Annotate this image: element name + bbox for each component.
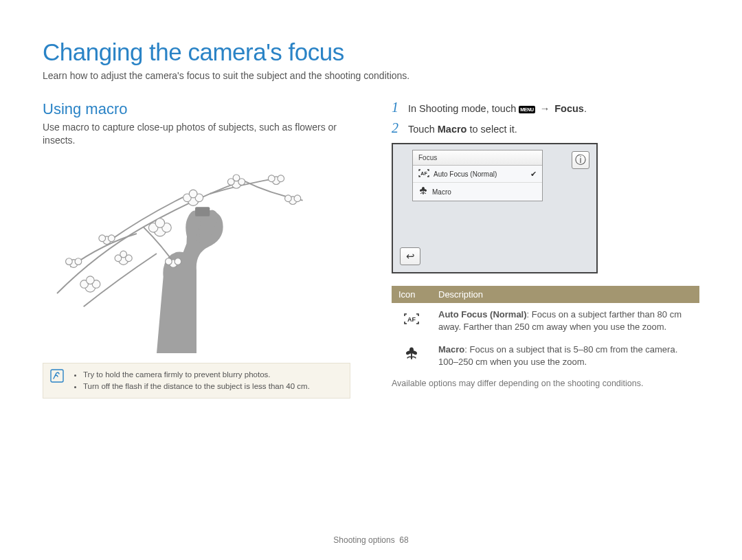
page-title: Changing the camera's focus: [43, 38, 699, 66]
row2-bold: Macro: [438, 344, 464, 355]
right-column: 1 In Shooting mode, touch MENU → Focus. …: [392, 100, 699, 399]
svg-text:AF: AF: [407, 316, 416, 323]
focus-menu-panel: Focus AF Auto Focus (Normal) ✔ Macro: [412, 150, 543, 201]
step-1: 1 In Shooting mode, touch MENU → Focus.: [392, 100, 699, 114]
svg-point-28: [66, 258, 73, 265]
macro-illustration: [43, 154, 350, 353]
svg-point-35: [175, 258, 181, 265]
row1-bold: Auto Focus (Normal): [438, 309, 527, 320]
svg-point-22: [268, 175, 275, 182]
step-number: 1: [392, 100, 401, 114]
table-header-icon: Icon: [392, 286, 431, 303]
step-1-suffix: .: [584, 103, 587, 114]
menu-item-macro[interactable]: Macro: [413, 182, 542, 201]
menu-item-label: Macro: [432, 188, 537, 196]
svg-point-34: [166, 258, 172, 265]
svg-point-8: [120, 251, 127, 258]
table-row: AF Auto Focus (Normal): Focus on a subje…: [392, 303, 699, 338]
tip-note-icon: [50, 369, 64, 385]
back-icon: ↩: [406, 250, 415, 262]
page-footer: Shooting options 68: [0, 535, 742, 545]
af-icon: AF: [418, 169, 429, 179]
arrow-icon: →: [538, 103, 552, 114]
menu-item-label: Auto Focus (Normal): [434, 170, 526, 178]
step-1-text: In Shooting mode, touch MENU → Focus.: [408, 103, 587, 114]
columns: Using macro Use macro to capture close-u…: [43, 100, 699, 399]
step-1-bold: Focus: [554, 103, 584, 114]
svg-point-20: [233, 175, 240, 181]
svg-point-25: [99, 235, 106, 242]
svg-text:AF: AF: [420, 171, 427, 176]
step-2-bold: Macro: [438, 124, 467, 135]
page: Changing the camera's focus Learn how to…: [0, 0, 742, 399]
tip-note-box: Try to hold the camera firmly to prevent…: [43, 363, 350, 399]
options-caption: Available options may differ depending o…: [392, 379, 699, 388]
row-icon-macro: [392, 338, 431, 373]
page-subtitle: Learn how to adjust the camera's focus t…: [43, 70, 699, 81]
svg-point-29: [75, 258, 82, 265]
table-row: Macro: Focus on a subject that is 5–80 c…: [392, 338, 699, 373]
left-column: Using macro Use macro to capture close-u…: [43, 100, 350, 399]
footer-section: Shooting options: [333, 535, 394, 545]
section-heading-macro: Using macro: [43, 100, 350, 118]
svg-point-23: [278, 175, 284, 182]
info-button[interactable]: ⓘ: [572, 151, 589, 169]
step-1-prefix: In Shooting mode, touch: [408, 103, 519, 114]
row-desc-af: Auto Focus (Normal): Focus on a subject …: [431, 303, 699, 338]
svg-point-4: [87, 276, 95, 284]
tip-item: Try to hold the camera firmly to prevent…: [83, 369, 310, 381]
focus-description-table: Icon Description AF Auto Focus (Normal):…: [392, 286, 699, 373]
svg-rect-0: [195, 207, 210, 216]
svg-point-12: [155, 219, 165, 228]
check-icon: ✔: [530, 170, 537, 179]
footer-page-number: 68: [399, 535, 408, 545]
step-2: 2 Touch Macro to select it.: [392, 121, 699, 135]
info-icon: ⓘ: [575, 153, 586, 168]
menu-item-auto-focus[interactable]: AF Auto Focus (Normal) ✔: [413, 166, 542, 182]
back-button[interactable]: ↩: [400, 247, 420, 265]
svg-point-31: [285, 195, 292, 202]
menu-chip-icon: MENU: [519, 106, 535, 113]
camera-screen: Focus AF Auto Focus (Normal) ✔ Macro: [392, 143, 598, 273]
macro-body: Use macro to capture close-up photos of …: [43, 121, 350, 147]
table-header-description: Description: [431, 286, 699, 303]
step-2-suffix: to select it.: [466, 124, 517, 135]
svg-point-16: [189, 190, 197, 198]
macro-flower-icon: [418, 186, 428, 197]
row2-rest: : Focus on a subject that is 5–80 cm fro…: [438, 344, 677, 367]
step-2-prefix: Touch: [408, 124, 438, 135]
svg-point-26: [108, 235, 115, 242]
row-icon-af: AF: [392, 303, 431, 338]
row-desc-macro: Macro: Focus on a subject that is 5–80 c…: [431, 338, 699, 373]
tip-list: Try to hold the camera firmly to prevent…: [72, 369, 310, 393]
step-2-text: Touch Macro to select it.: [408, 124, 517, 135]
tip-item: Turn off the flash if the distance to th…: [83, 381, 310, 392]
focus-menu-title: Focus: [413, 150, 542, 166]
step-number: 2: [392, 121, 401, 135]
svg-point-32: [294, 195, 301, 202]
